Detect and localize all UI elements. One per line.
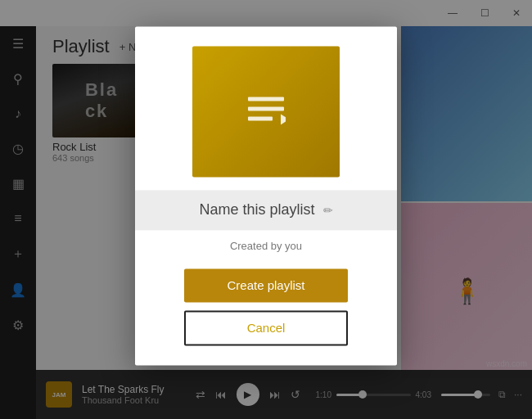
create-playlist-modal: Name this playlist ✏ Created by you Crea… [135,26,397,365]
playlist-icon [246,92,286,131]
modal-sub-label: Created by you [230,240,302,252]
svg-rect-1 [248,106,284,110]
svg-rect-2 [248,116,273,120]
edit-name-icon[interactable]: ✏ [323,204,333,217]
svg-rect-0 [248,97,284,101]
playlist-name-label: Name this playlist [199,201,314,219]
modal-playlist-art [192,46,340,177]
cancel-button[interactable]: Cancel [184,310,348,345]
create-playlist-button[interactable]: Create playlist [184,268,348,302]
modal-name-row: Name this playlist ✏ [135,190,397,230]
svg-marker-3 [281,114,286,124]
